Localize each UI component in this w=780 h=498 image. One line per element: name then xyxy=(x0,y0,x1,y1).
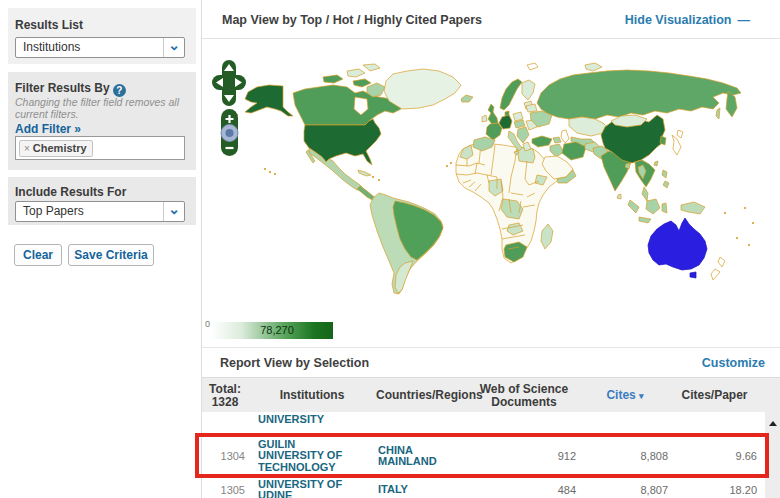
chevron-down-icon: ⌄ xyxy=(163,38,184,57)
map-novaya-zemlya xyxy=(585,63,602,71)
cites-per-paper-value: 18.20 xyxy=(674,484,757,496)
legend-min: 0 xyxy=(205,319,210,329)
table-row-partial: UNIVERSITY xyxy=(202,412,780,434)
report-title: Report View by Selection xyxy=(220,356,369,370)
map-country-indonesia[interactable] xyxy=(628,200,639,213)
page: Results List Institutions ⌄ Filter Resul… xyxy=(0,0,780,498)
rank-value: 1305 xyxy=(202,484,245,496)
save-criteria-button[interactable]: Save Criteria xyxy=(68,244,154,266)
map-country-greenland[interactable] xyxy=(384,69,461,109)
include-value: Top Papers xyxy=(23,204,84,218)
map-country-madagascar[interactable] xyxy=(541,224,553,249)
map-baffin-island[interactable] xyxy=(367,83,385,97)
sidebar: Results List Institutions ⌄ Filter Resul… xyxy=(0,0,202,498)
institution-link[interactable]: UNIVERSITY xyxy=(258,414,350,426)
map-country-taiwan[interactable] xyxy=(654,161,658,166)
map-country-france[interactable] xyxy=(486,123,502,140)
column-countries[interactable]: Countries/Regions xyxy=(376,389,472,402)
filter-input[interactable]: ×Chemistry xyxy=(15,136,185,160)
hide-visualization-link[interactable]: Hide Visualization— xyxy=(625,13,750,27)
map-region: 0 78,270 xyxy=(202,39,780,347)
map-kamchatka[interactable] xyxy=(726,91,737,117)
map-country-indonesia[interactable] xyxy=(662,203,667,213)
chevron-down-icon: ⌄ xyxy=(163,202,184,221)
map-header: Map View by Top / Hot / Highly Cited Pap… xyxy=(202,0,780,39)
map-country-russia[interactable] xyxy=(537,70,741,119)
map-country-malaysia[interactable] xyxy=(642,187,648,201)
map-country-philippines[interactable] xyxy=(663,181,669,188)
map-country-ireland[interactable] xyxy=(482,115,487,122)
map-country-iceland[interactable] xyxy=(461,95,473,102)
map-svalbard xyxy=(527,63,538,70)
map-title: Map View by Top / Hot / Highly Cited Pap… xyxy=(222,13,482,27)
include-label: Include Results For xyxy=(15,185,126,199)
minus-icon: — xyxy=(738,13,751,27)
map-country-uk[interactable] xyxy=(488,104,498,124)
table-row-1305: 1305 UNIVERSITY OF UDINE ITALY 484 8,807… xyxy=(202,477,780,498)
map-arctic-island[interactable] xyxy=(363,64,380,71)
filter-note: Changing the filter field removes all cu… xyxy=(15,96,187,120)
map-country-austria[interactable] xyxy=(514,120,525,128)
filter-tag-chemistry[interactable]: ×Chemistry xyxy=(19,140,93,157)
map-country-alaska[interactable] xyxy=(245,85,293,116)
map-country-new-zealand[interactable] xyxy=(711,269,720,280)
map-zoom-control[interactable] xyxy=(215,108,243,158)
results-list-panel: Results List Institutions ⌄ xyxy=(8,8,196,64)
legend-gradient-bar: 78,270 xyxy=(211,322,333,339)
institution-link[interactable]: UNIVERSITY OF UDINE xyxy=(258,478,350,498)
map-country-sri-lanka xyxy=(617,194,621,199)
add-filter-link[interactable]: Add Filter » xyxy=(15,122,81,136)
map-pan-control[interactable] xyxy=(212,60,246,106)
map-country-indonesia[interactable] xyxy=(639,217,651,223)
map-country-png[interactable] xyxy=(681,202,705,214)
map-country-philippines[interactable] xyxy=(662,170,667,178)
map-arctic-island[interactable] xyxy=(347,69,365,77)
map-country-turkey[interactable] xyxy=(532,136,552,147)
include-panel: Include Results For Top Papers ⌄ xyxy=(8,177,196,225)
map-country-japan[interactable] xyxy=(677,130,683,138)
map-country-balkans[interactable] xyxy=(517,127,529,143)
remove-tag-icon[interactable]: × xyxy=(24,143,30,154)
main-panel: Map View by Top / Hot / Highly Cited Pap… xyxy=(202,0,780,498)
map-country-norway-sweden[interactable] xyxy=(500,79,522,110)
map-caucasus xyxy=(553,137,561,143)
map-country-south-korea[interactable] xyxy=(660,136,666,145)
sort-caret-icon: ▾ xyxy=(639,391,644,401)
map-country-poland[interactable] xyxy=(513,112,523,121)
table-header: Total:1328 Institutions Countries/Region… xyxy=(202,377,780,412)
map-country-kazakhstan[interactable] xyxy=(569,117,607,136)
map-arctic-island[interactable] xyxy=(353,79,371,87)
map-country-usa[interactable] xyxy=(304,119,381,165)
map-caspian-sea xyxy=(561,130,569,143)
column-total[interactable]: Total:1328 xyxy=(202,383,248,409)
clear-button[interactable]: Clear xyxy=(14,244,62,266)
map-sakhalin xyxy=(716,108,720,119)
map-country-new-zealand[interactable] xyxy=(718,257,725,267)
map-country-japan[interactable] xyxy=(672,135,681,155)
map-arctic-island[interactable] xyxy=(323,75,343,83)
cites-value: 8,807 xyxy=(582,484,668,496)
map-country-australia[interactable] xyxy=(648,218,707,270)
filter-label: Filter Results By? xyxy=(15,81,126,97)
map-country-indonesia[interactable] xyxy=(646,199,660,214)
filter-panel: Filter Results By? Changing the filter f… xyxy=(8,72,196,170)
column-cites[interactable]: Cites ▾ xyxy=(580,389,670,403)
country-link[interactable]: ITALY xyxy=(378,484,448,496)
scroll-up-icon[interactable] xyxy=(769,421,777,426)
results-list-label: Results List xyxy=(15,18,83,32)
results-list-select[interactable]: Institutions ⌄ xyxy=(15,37,185,58)
map-country-finland[interactable] xyxy=(522,80,535,100)
filter-tag-label: Chemistry xyxy=(33,142,87,154)
results-list-value: Institutions xyxy=(23,40,80,54)
column-documents[interactable]: Web of ScienceDocuments xyxy=(470,383,578,409)
legend-max: 78,270 xyxy=(211,322,333,339)
map-country-tasmania[interactable] xyxy=(690,272,696,278)
map-country-iraq[interactable] xyxy=(550,144,564,157)
column-cites-per-paper[interactable]: Cites/Paper xyxy=(672,389,757,402)
include-select[interactable]: Top Papers ⌄ xyxy=(15,201,185,222)
map-country-cuba[interactable] xyxy=(358,170,371,176)
world-map[interactable] xyxy=(205,53,780,323)
customize-link[interactable]: Customize xyxy=(702,356,765,370)
column-institutions[interactable]: Institutions xyxy=(252,389,372,402)
docs-value: 484 xyxy=(470,484,576,496)
